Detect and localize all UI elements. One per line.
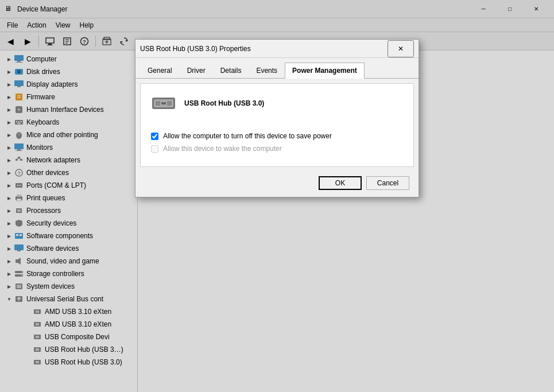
tab-general[interactable]: General	[140, 63, 180, 79]
device-info: USB Root Hub (USB 3.0)	[150, 93, 404, 121]
device-icon	[150, 93, 177, 114]
dialog-close-button[interactable]: ✕	[388, 40, 414, 57]
tab-bar: General Driver Details Events Power Mana…	[135, 58, 419, 79]
tab-details[interactable]: Details	[213, 63, 249, 79]
main-window: 🖥 Device Manager ─ □ ✕ File Action View …	[0, 0, 554, 392]
svg-rect-83	[167, 101, 172, 106]
power-off-checkbox[interactable]	[151, 133, 158, 140]
wake-computer-label: Allow this device to wake the computer	[163, 145, 282, 153]
dialog-footer: OK Cancel	[135, 172, 419, 197]
svg-rect-82	[156, 101, 160, 106]
dialog-title: USB Root Hub (USB 3.0) Properties	[140, 45, 388, 53]
dialog-overlay: USB Root Hub (USB 3.0) Properties ✕ Gene…	[0, 0, 554, 392]
tab-driver[interactable]: Driver	[180, 63, 213, 79]
dialog-device-name: USB Root Hub (USB 3.0)	[184, 99, 264, 107]
properties-dialog: USB Root Hub (USB 3.0) Properties ✕ Gene…	[135, 39, 419, 197]
dialog-title-bar: USB Root Hub (USB 3.0) Properties ✕	[135, 40, 419, 58]
dialog-body: USB Root Hub (USB 3.0) Allow the compute…	[140, 83, 414, 167]
power-off-label[interactable]: Allow the computer to turn off this devi…	[163, 132, 332, 140]
ok-button[interactable]: OK	[319, 176, 362, 190]
checkbox2-row: Allow this device to wake the computer	[150, 145, 404, 153]
svg-rect-84	[161, 102, 166, 104]
tab-events[interactable]: Events	[249, 63, 285, 79]
tab-power-management[interactable]: Power Management	[285, 63, 365, 79]
cancel-button[interactable]: Cancel	[366, 176, 409, 190]
wake-computer-checkbox[interactable]	[151, 145, 158, 153]
checkbox1-row[interactable]: Allow the computer to turn off this devi…	[150, 132, 404, 140]
